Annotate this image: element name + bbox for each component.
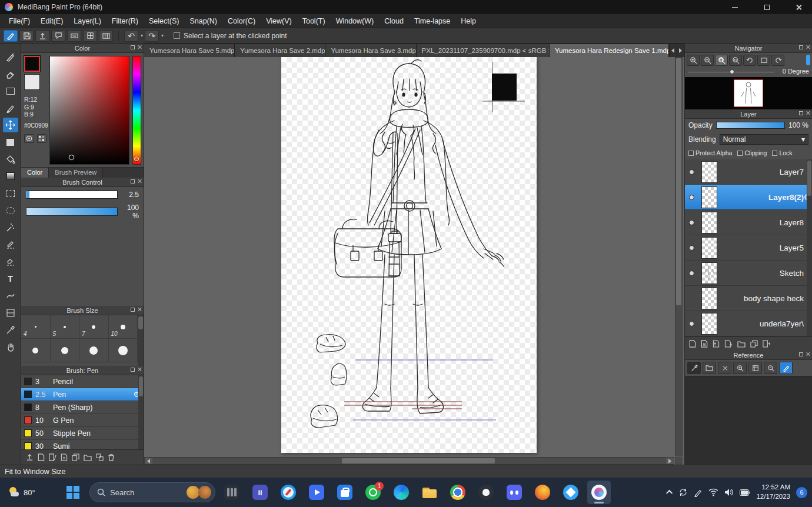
popout-icon[interactable] (131, 368, 135, 372)
upload-button[interactable] (35, 30, 49, 42)
brush-size-scrollbar[interactable] (138, 315, 144, 366)
reference-zoom-out-button[interactable] (764, 362, 777, 374)
menu-help[interactable]: Help (455, 14, 481, 28)
close-panel-icon[interactable] (806, 111, 810, 115)
brush-item-stipple[interactable]: 50 Stipple Pen (21, 427, 144, 440)
document-tab[interactable]: PXL_20231107_235909700.mdp < sRGB > (417, 44, 550, 57)
zoom-out-button[interactable] (701, 55, 714, 66)
shape-tool[interactable] (3, 84, 18, 98)
taskbar-app-firefox[interactable] (531, 481, 554, 504)
eyedropper-tool[interactable] (3, 322, 18, 337)
comment-button[interactable] (51, 30, 65, 42)
layer-row[interactable]: Layer8 (685, 210, 812, 235)
document-tab[interactable]: Yumesora Hara Save 5.mdp (144, 44, 235, 57)
volume-icon[interactable] (724, 488, 734, 496)
popout-icon[interactable] (131, 45, 135, 49)
menu-file[interactable]: File(F) (4, 14, 35, 28)
save-button[interactable] (19, 30, 34, 42)
search-box[interactable]: Search (89, 482, 215, 502)
close-button[interactable] (785, 0, 812, 14)
select-layer-checkbox[interactable] (174, 32, 180, 39)
scrollbar-thumb[interactable] (139, 376, 143, 396)
taskbar-clock[interactable]: 12:52 AM 12/17/2023 (756, 483, 790, 501)
taskbar-app-chat[interactable]: 1 (361, 481, 385, 504)
redo-caret-icon[interactable]: ▾ (161, 33, 164, 38)
minimize-button[interactable] (721, 0, 748, 14)
reference-open-button[interactable] (703, 362, 716, 374)
layer-visibility-toggle[interactable] (685, 245, 698, 251)
document-tab-active[interactable]: Yumesora Hara Redesign Save 1.mdp (550, 44, 669, 57)
scrollbar-thumb[interactable] (676, 58, 681, 305)
select-tool[interactable] (3, 186, 18, 201)
select-pen-tool[interactable] (3, 237, 18, 252)
curve-tool[interactable] (3, 288, 18, 303)
brush-size-value[interactable]: 2.5 (121, 191, 139, 199)
brush-size-option[interactable]: 10 (109, 315, 138, 339)
taskbar-app-board[interactable] (220, 481, 244, 504)
scrollbar-thumb[interactable] (138, 316, 143, 329)
table-button[interactable] (99, 30, 113, 42)
keyboard-button[interactable] (67, 30, 81, 42)
layer-row[interactable]: Layer5 (685, 235, 812, 261)
navigator-thumbnail[interactable] (734, 79, 763, 107)
layer-folder-button[interactable] (737, 341, 746, 348)
scroll-left-button[interactable] (145, 458, 152, 464)
reference-pen-button[interactable] (779, 362, 793, 374)
menu-timelapse[interactable]: Time-lapse (409, 14, 455, 28)
protect-alpha-checkbox[interactable] (688, 151, 694, 156)
rotate-ccw-button[interactable] (743, 55, 756, 66)
taskbar-app-explorer[interactable] (418, 481, 441, 504)
notification-count-badge[interactable]: 6 (796, 487, 807, 498)
menu-layer[interactable]: Layer(L) (68, 14, 107, 28)
menu-tool[interactable]: Tool(T) (297, 14, 331, 28)
reference-eyedropper-button[interactable] (687, 362, 701, 374)
menu-window[interactable]: Window(W) (331, 14, 380, 28)
popout-icon[interactable] (799, 111, 803, 115)
battery-icon[interactable] (740, 489, 750, 496)
grid-button[interactable] (83, 30, 97, 42)
lasso-tool[interactable] (3, 203, 18, 218)
canvas-vertical-scrollbar[interactable] (675, 57, 683, 456)
brush-opacity-slider[interactable] (26, 208, 118, 216)
close-panel-icon[interactable] (137, 307, 142, 312)
brush-list-scrollbar[interactable] (138, 375, 144, 449)
brush-item-gpen[interactable]: 10 G Pen (21, 414, 144, 427)
hand-tool[interactable] (3, 339, 18, 354)
select-eraser-tool[interactable] (3, 254, 18, 269)
eraser-tool[interactable] (3, 66, 18, 81)
document-tab[interactable]: Yumesora Hara Save 2.mdp (235, 44, 325, 57)
scroll-right-button[interactable] (666, 458, 674, 464)
clipping-checkbox[interactable] (737, 151, 743, 156)
magic-wand-tool[interactable] (3, 220, 18, 235)
close-panel-icon[interactable] (137, 179, 142, 184)
taskbar-app-discord[interactable] (502, 481, 526, 504)
zoom-actual-button[interactable] (729, 55, 742, 66)
layer-list-scrollbar[interactable] (807, 159, 812, 336)
brush-folder-button[interactable] (84, 454, 92, 461)
search-highlight-icon[interactable] (187, 486, 199, 499)
bucket-tool[interactable] (3, 152, 18, 166)
menu-snap[interactable]: Snap(N) (184, 14, 222, 28)
brush-script-button[interactable] (61, 453, 68, 461)
menu-color[interactable]: Color(C) (222, 14, 261, 28)
tab-color[interactable]: Color (21, 168, 49, 178)
edit-brush-button[interactable] (49, 453, 56, 461)
close-panel-icon[interactable] (137, 367, 142, 372)
taskbar-app-medibang[interactable] (587, 481, 611, 504)
start-button[interactable] (61, 481, 85, 504)
layer-row[interactable]: Sketch (685, 261, 812, 286)
brush-size-option[interactable] (109, 339, 138, 362)
popout-icon[interactable] (799, 352, 803, 356)
menu-edit[interactable]: Edit(E) (35, 14, 68, 28)
active-tool-button[interactable] (4, 30, 18, 42)
layer-row-selected[interactable]: Layer8(2) ⚙ (685, 185, 812, 210)
hue-cursor[interactable] (134, 156, 139, 161)
taskbar-app-store[interactable] (333, 481, 357, 504)
slider-thumb[interactable] (27, 191, 29, 198)
color-wheel-button[interactable] (24, 134, 34, 143)
blending-select[interactable]: Normal ▾ (720, 134, 808, 145)
zoom-fit-button[interactable] (715, 55, 728, 66)
menu-view[interactable]: View(V) (261, 14, 297, 28)
tray-pen-button[interactable] (694, 488, 703, 497)
brush-size-option[interactable]: 5 (51, 315, 80, 339)
